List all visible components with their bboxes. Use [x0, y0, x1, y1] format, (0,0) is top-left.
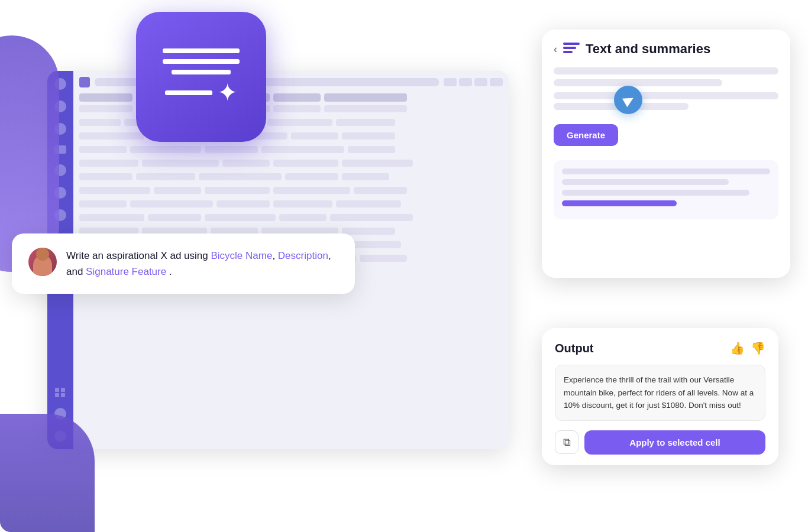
result-bar-3 — [562, 190, 749, 196]
prompt-signature: Signature Feature — [86, 266, 166, 277]
panel-field-3 — [554, 92, 778, 99]
thumbs-up-icon[interactable]: 👍 — [730, 341, 745, 355]
ss-cell[interactable] — [79, 187, 150, 194]
output-title: Output — [555, 342, 594, 355]
ss-cell[interactable] — [342, 132, 395, 140]
ss-cell[interactable] — [267, 119, 332, 126]
ss-cell[interactable] — [130, 200, 213, 207]
ss-cell[interactable] — [291, 132, 338, 140]
prompt-suffix: . — [169, 266, 172, 277]
ss-btn-4[interactable] — [490, 78, 503, 86]
ss-cell[interactable] — [348, 146, 395, 153]
navigation-arrow[interactable]: ▶ — [614, 86, 642, 114]
ss-cell[interactable] — [199, 173, 282, 180]
app-icon-line-2 — [163, 59, 240, 64]
output-header: Output 👍 👎 — [555, 341, 765, 355]
output-feedback: 👍 👎 — [730, 341, 765, 355]
panel-field-1 — [554, 67, 778, 74]
result-bar-1 — [562, 168, 770, 174]
ss-tab-icon[interactable] — [79, 77, 90, 87]
ss-cell[interactable] — [205, 214, 276, 221]
ss-cell[interactable] — [216, 200, 270, 207]
panel-header: ‹ Text and summaries — [554, 41, 778, 57]
arrow-icon: ▶ — [620, 90, 636, 109]
ss-cell[interactable] — [261, 146, 344, 153]
generate-button[interactable]: Generate — [554, 124, 618, 146]
prompt-bicycle-name: Bicycle Name — [211, 250, 272, 261]
prompt-description: Description — [278, 250, 328, 261]
output-text-box: Experience the thrill of the trail with … — [555, 365, 765, 421]
ss-cell[interactable] — [154, 187, 201, 194]
panel-icon-line-2 — [563, 47, 576, 49]
back-button[interactable]: ‹ — [554, 43, 557, 56]
result-bar-2 — [562, 179, 729, 185]
ss-cell[interactable] — [354, 187, 407, 194]
ss-cell[interactable] — [273, 160, 338, 167]
scene: ✦ ▶ ‹ Text and summaries Generate — [0, 0, 808, 532]
prompt-bubble: Write an aspirational X ad using Bicycle… — [12, 233, 355, 294]
output-body-text: Experience the thrill of the trail with … — [564, 374, 757, 412]
table-row[interactable] — [79, 173, 503, 180]
prompt-text: Write an aspirational X ad using Bicycle… — [66, 248, 331, 280]
ss-cell[interactable] — [79, 214, 144, 221]
ss-col-4-header — [273, 93, 321, 102]
ss-btn-2[interactable] — [459, 78, 472, 86]
result-bar-accent — [562, 200, 677, 206]
ss-cell[interactable] — [79, 146, 127, 153]
panel-field-2 — [554, 79, 722, 86]
panel-result-section — [554, 160, 778, 219]
ss-cell[interactable] — [205, 146, 258, 153]
ss-cell[interactable] — [273, 200, 332, 207]
table-row[interactable] — [79, 214, 503, 221]
sidebar-grid-icon[interactable] — [55, 388, 66, 397]
ss-cell[interactable] — [279, 214, 327, 221]
panel-icon — [563, 43, 580, 56]
deco-bottom — [0, 414, 95, 532]
ss-cell[interactable] — [142, 160, 219, 167]
ss-cell[interactable] — [285, 173, 338, 180]
panel-title: Text and summaries — [586, 41, 710, 57]
ss-cell[interactable] — [79, 173, 132, 180]
table-row[interactable] — [79, 200, 503, 207]
copy-icon: ⧉ — [563, 436, 571, 449]
prompt-prefix: Write an aspirational X ad using — [66, 250, 208, 261]
ss-cell[interactable] — [79, 200, 127, 207]
app-icon: ✦ — [136, 12, 266, 142]
ss-cell[interactable] — [79, 119, 121, 126]
table-row[interactable] — [79, 187, 503, 194]
ss-cell[interactable] — [360, 255, 407, 262]
table-row[interactable] — [79, 160, 503, 167]
apply-to-selected-cell-button[interactable]: Apply to selected cell — [584, 430, 765, 455]
ss-toolbar-buttons — [444, 78, 503, 86]
ss-cell[interactable] — [79, 160, 138, 167]
right-panel: ‹ Text and summaries Generate — [542, 30, 790, 278]
app-icon-line-3 — [172, 70, 231, 74]
thumbs-down-icon[interactable]: 👎 — [751, 341, 765, 355]
ss-cell[interactable] — [342, 173, 389, 180]
ss-cell[interactable] — [148, 214, 201, 221]
prompt-conjunction: and — [66, 266, 83, 277]
ss-cell[interactable] — [130, 146, 201, 153]
ss-cell[interactable] — [336, 119, 395, 126]
copy-button[interactable]: ⧉ — [555, 430, 578, 454]
ss-cell[interactable] — [136, 173, 195, 180]
ss-cell[interactable] — [273, 105, 321, 112]
prompt-comma-1: , — [272, 250, 275, 261]
ss-cell[interactable] — [79, 132, 144, 140]
table-row[interactable] — [79, 146, 503, 153]
ss-cell[interactable] — [342, 160, 413, 167]
ss-col-5-header — [324, 93, 407, 102]
ss-cell[interactable] — [79, 105, 132, 112]
panel-icon-line-3 — [563, 51, 573, 53]
ss-cell[interactable] — [336, 200, 401, 207]
ss-cell[interactable] — [222, 160, 270, 167]
ss-cell[interactable] — [342, 228, 395, 235]
output-actions: ⧉ Apply to selected cell — [555, 430, 765, 455]
ss-cell[interactable] — [273, 187, 350, 194]
ss-cell[interactable] — [324, 105, 407, 112]
ss-cell[interactable] — [330, 214, 413, 221]
ss-cell[interactable] — [205, 187, 270, 194]
avatar — [28, 248, 57, 276]
ss-btn-1[interactable] — [444, 78, 457, 86]
ss-btn-3[interactable] — [474, 78, 487, 86]
